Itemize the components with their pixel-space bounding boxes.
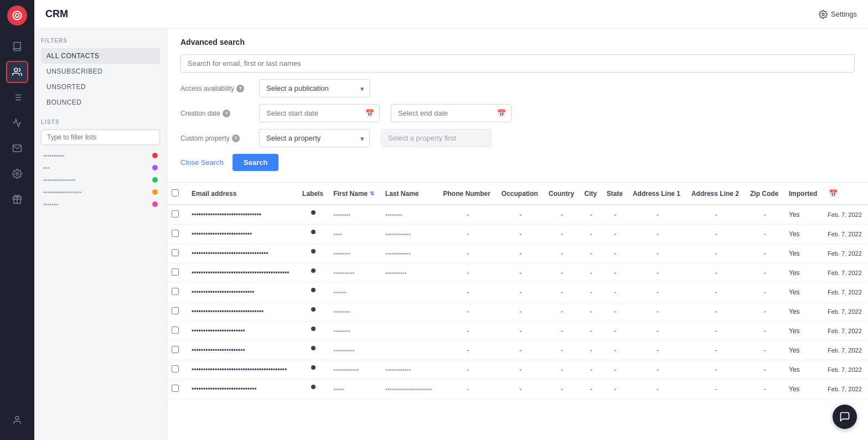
row-addr1: - [628,341,687,360]
row-label [298,302,329,317]
row-checkbox[interactable] [172,268,179,276]
col-state[interactable]: State [602,183,628,205]
row-date: Feb. 7, 2022 [823,341,868,360]
row-checkbox-cell[interactable] [167,225,187,244]
row-email[interactable]: ••••••••••••••••••••••••••••••••••••••••… [187,263,298,283]
col-date[interactable]: 📅 [823,183,868,205]
content-area: FILTERS ALL CONTACTS UNSUBSCRIBED UNSORT… [34,29,868,440]
col-zip[interactable]: Zip Code [746,183,784,205]
list-filter-input[interactable] [41,130,160,145]
row-email[interactable]: ••••••••••••••••••••••••••••••••• [187,244,298,263]
row-checkbox[interactable] [172,230,179,237]
settings-button[interactable]: Settings [819,10,857,19]
row-checkbox[interactable] [172,249,179,256]
col-first-name[interactable]: First Name ⇅ [329,183,381,205]
col-email[interactable]: Email address [187,183,298,205]
row-email[interactable]: ••••••••••••••••••••••••••• [187,283,298,302]
sidebar-item-book[interactable] [6,35,28,58]
sidebar-item-crm[interactable] [6,61,28,83]
sidebar-item-email[interactable] [6,137,28,159]
col-country[interactable]: Country [544,183,580,205]
user-avatar-icon[interactable] [6,409,28,431]
row-email[interactable]: •••••••••••••••••••••••••••••• [187,205,298,225]
row-checkbox[interactable] [172,346,179,353]
label-dot [311,385,316,389]
select-all-checkbox[interactable] [172,189,179,196]
property-help[interactable]: ? [232,134,240,142]
row-city: - [580,360,602,380]
filter-all-contacts[interactable]: ALL CONTACTS [41,48,160,64]
topbar: CRM Settings [34,0,868,29]
table-row: ••••••••••••••••••••••••••• •••••• - - -… [167,283,868,302]
sidebar-item-lists[interactable] [6,86,28,108]
row-checkbox[interactable] [172,385,179,392]
row-addr1: - [628,205,687,225]
col-address1[interactable]: Address Line 1 [628,183,687,205]
col-occupation[interactable]: Occupation [497,183,544,205]
row-checkbox-cell[interactable] [167,380,187,399]
row-checkbox[interactable] [172,365,179,372]
row-email[interactable]: •••••••••••••••••••••••••• [187,225,298,244]
list-item[interactable]: ••••••• [41,198,160,210]
col-address2[interactable]: Address Line 2 [687,183,746,205]
chat-bubble-button[interactable] [833,405,857,429]
filter-bounced[interactable]: BOUNCED [41,95,160,110]
row-date: Feb. 7, 2022 [823,360,868,380]
close-search-button[interactable]: Close Search [180,158,224,167]
col-labels[interactable]: Labels [298,183,329,205]
row-zip: - [746,322,784,341]
row-checkbox-cell[interactable] [167,302,187,322]
row-checkbox-cell[interactable] [167,244,187,263]
search-button[interactable]: Search [232,154,278,171]
search-input[interactable] [180,54,855,73]
access-select[interactable]: Select a publication [259,79,370,97]
row-city: - [580,283,602,302]
sidebar-item-analytics[interactable] [6,112,28,134]
row-checkbox-cell[interactable] [167,360,187,380]
row-addr1: - [628,302,687,322]
row-email[interactable]: ••••••••••••••••••••••••••••••• [187,302,298,322]
row-checkbox-cell[interactable] [167,205,187,225]
row-addr1: - [628,244,687,263]
list-item[interactable]: •••••••••• [41,149,160,162]
list-item[interactable]: ••••••••••••••• [41,174,160,186]
row-email[interactable]: ••••••••••••••••••••••••••••••••••••••••… [187,360,298,380]
filter-unsubscribed[interactable]: UNSUBSCRIBED [41,64,160,79]
table-row: •••••••••••••••••••••••••• •••• ••••••••… [167,225,868,244]
row-last-name [381,341,439,360]
end-date-input[interactable] [391,104,512,122]
sidebar-item-settings[interactable] [6,163,28,185]
row-checkbox[interactable] [172,327,179,334]
sidebar-item-gifts[interactable] [6,188,28,210]
creation-help[interactable]: ? [223,110,230,117]
list-item[interactable]: •••••••••••••••••• [41,186,160,198]
row-checkbox[interactable] [172,210,179,218]
row-checkbox[interactable] [172,307,179,314]
row-checkbox-cell[interactable] [167,341,187,360]
row-state: - [602,244,628,263]
row-checkbox-cell[interactable] [167,283,187,302]
row-last-name: •••••••••••••••••••••• [381,380,439,399]
access-help[interactable]: ? [236,85,244,92]
date-calendar-icon[interactable]: 📅 [828,188,839,199]
filter-unsorted[interactable]: UNSORTED [41,79,160,95]
col-city[interactable]: City [580,183,602,205]
col-last-name[interactable]: Last Name [381,183,439,205]
row-checkbox-cell[interactable] [167,322,187,341]
row-email[interactable]: •••••••••••••••••••••••••••• [187,380,298,399]
row-phone: - [439,302,497,322]
row-date: Feb. 7, 2022 [823,244,868,263]
app-logo[interactable] [7,6,27,25]
col-imported[interactable]: Imported [784,183,823,205]
row-email[interactable]: ••••••••••••••••••••••• [187,341,298,360]
select-all-header[interactable] [167,183,187,205]
row-imported: Yes [784,360,823,380]
start-date-input[interactable] [259,104,380,122]
row-state: - [602,360,628,380]
row-email[interactable]: ••••••••••••••••••••••• [187,322,298,341]
col-phone[interactable]: Phone Number [439,183,497,205]
row-checkbox[interactable] [172,288,179,295]
property-select[interactable]: Select a property [259,129,370,147]
list-item[interactable]: ••• [41,162,160,174]
row-checkbox-cell[interactable] [167,263,187,283]
